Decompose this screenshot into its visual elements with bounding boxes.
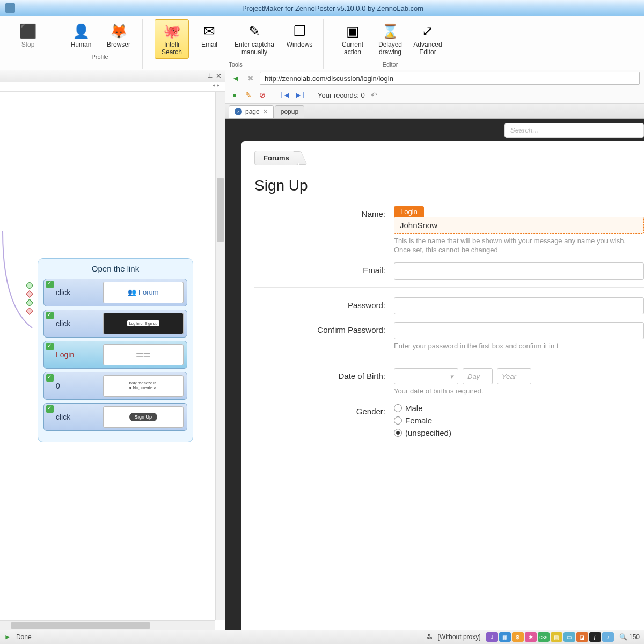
handle-red[interactable] [26, 308, 33, 315]
human-button[interactable]: 👤Human [64, 19, 98, 52]
workflow-step[interactable]: Login▬▬ ▬▬▬▬ ▬▬ [43, 341, 187, 369]
pin-icon[interactable]: ⊥ [207, 72, 213, 79]
badge-icon[interactable]: ▭ [564, 632, 575, 642]
check-icon [46, 374, 54, 382]
gender-option[interactable]: Male [394, 404, 644, 413]
address-bar-row: ◄ ✖ [225, 70, 644, 87]
dob-month-select[interactable]: ▾ [394, 368, 458, 384]
delayed-button[interactable]: ⌛Delayed drawing [373, 19, 407, 59]
status-done: Done [16, 633, 32, 641]
page-search-input[interactable]: Search... [504, 123, 644, 138]
name-hint: This is the name that will be shown with… [394, 236, 644, 255]
captcha-button[interactable]: ✎Enter captcha manually [230, 19, 279, 59]
dob-day-input[interactable]: Day [463, 368, 493, 384]
stop-button[interactable]: ⬛Stop [11, 19, 45, 52]
step-thumbnail: Log in or Sign up [103, 313, 184, 334]
browser-icon: 🦊 [109, 22, 128, 40]
handle-green[interactable] [26, 299, 33, 306]
ribbon-group-title: Tools [155, 61, 317, 68]
status-bar: ► Done 🖧 [Without proxy] J ▦ ⚙ ✱ css ▤ ▭… [0, 630, 644, 644]
zoom-value[interactable]: 🔍 150 [619, 633, 640, 641]
browser-viewport: Search... Forums Sign Up Name: Login Thi… [225, 119, 644, 630]
step-thumbnail: Sign Up [103, 406, 184, 428]
check-icon [46, 312, 54, 319]
badge-icon[interactable]: ✱ [525, 632, 537, 642]
divider [254, 287, 644, 288]
confirm-password-input[interactable] [394, 322, 644, 339]
handle-red[interactable] [26, 290, 33, 298]
gender-option[interactable]: (unspecified) [394, 428, 644, 437]
badge-icon[interactable]: ▦ [499, 632, 511, 642]
radio-icon[interactable] [394, 416, 402, 425]
workflow-canvas[interactable]: Open the link click👥 ForumclickLog in or… [0, 92, 225, 630]
ribbon-group-title: Editor [335, 61, 445, 68]
pane-header: ⊥ ✕ [0, 70, 225, 82]
gender-option[interactable]: Female [394, 416, 644, 425]
close-tab-icon[interactable]: ✕ [263, 108, 268, 115]
breadcrumb[interactable]: Forums [254, 151, 298, 165]
first-icon[interactable]: I◄ [281, 90, 290, 100]
back-icon[interactable]: ◄ [230, 72, 241, 84]
workflow-step[interactable]: click👥 Forum [43, 279, 187, 306]
handle-green[interactable] [26, 282, 33, 289]
undo-icon[interactable]: ↶ [369, 90, 379, 100]
tab-label: popup [281, 108, 298, 115]
check-icon [46, 343, 54, 350]
pane-nav-arrows[interactable]: ◂ ▸ [213, 82, 219, 91]
dob-hint: Your date of birth is required. [394, 386, 644, 396]
done-icon: ► [4, 633, 11, 641]
badge-icon[interactable]: ƒ [589, 632, 601, 642]
radio-icon[interactable] [394, 404, 402, 412]
badge-icon[interactable]: ▤ [551, 632, 562, 642]
human-icon: 👤 [72, 22, 90, 40]
scrollbar-vertical[interactable] [215, 92, 225, 620]
dob-year-input[interactable]: Year [497, 368, 531, 384]
ribbon-label: Human [71, 41, 92, 49]
stop-load-icon[interactable]: ✖ [245, 72, 257, 84]
scrollbar-horizontal[interactable] [0, 620, 215, 630]
ribbon-label: Advanced Editor [413, 41, 442, 56]
email-button[interactable]: ✉Email [192, 19, 226, 59]
badge-icon[interactable]: ◪ [576, 632, 588, 642]
browser-button[interactable]: 🦊Browser [101, 19, 136, 52]
browser-tab[interactable]: zpage✕ [229, 105, 274, 118]
designer-pane: ⊥ ✕ ◂ ▸ Open the link click👥 ForumclickL… [0, 70, 225, 630]
record-ok-icon[interactable]: ● [230, 90, 239, 100]
ribbon-toolbar: ⬛Stop👤Human🦊BrowserProfile🐙Intelli Searc… [0, 16, 644, 70]
windows-icon: ❐ [290, 22, 309, 40]
badge-icon[interactable]: css [538, 632, 550, 642]
browser-tab[interactable]: popup [275, 105, 304, 118]
proxy-status: [Without proxy] [438, 633, 481, 641]
close-pane-icon[interactable]: ✕ [216, 72, 222, 80]
intellisearch-icon: 🐙 [163, 22, 181, 40]
email-input[interactable] [394, 262, 644, 280]
delayed-icon: ⌛ [381, 22, 399, 40]
gender-label: Gender: [254, 404, 394, 416]
step-label: Login [44, 350, 103, 359]
workflow-step[interactable]: clickSign Up [43, 403, 187, 431]
check-icon [46, 281, 54, 288]
step-thumbnail: 👥 Forum [103, 282, 184, 303]
advanced-button[interactable]: ⤢Advanced Editor [411, 19, 445, 59]
workflow-step[interactable]: 0borgmesoza19● No, create a [43, 372, 187, 400]
workflow-step[interactable]: clickLog in or Sign up [43, 310, 187, 338]
badge-icon[interactable]: ♪ [602, 632, 614, 642]
windows-button[interactable]: ❐Windows [282, 19, 317, 59]
current-button[interactable]: ▣Current action [335, 19, 370, 59]
edit-icon[interactable]: ✎ [244, 90, 253, 100]
radio-label: Female [405, 416, 432, 425]
last-icon[interactable]: ►I [295, 90, 304, 100]
step-label: click [44, 413, 103, 421]
name-input[interactable] [394, 217, 644, 234]
url-input[interactable] [260, 72, 640, 85]
password-input[interactable] [394, 297, 644, 314]
ribbon-label: Stop [21, 41, 35, 49]
status-badges: J ▦ ⚙ ✱ css ▤ ▭ ◪ ƒ ♪ [486, 632, 614, 642]
record-stop-icon[interactable]: ⊘ [258, 90, 267, 100]
radio-icon[interactable] [394, 429, 402, 437]
proxy-icon[interactable]: 🖧 [426, 633, 433, 641]
badge-icon[interactable]: J [486, 632, 498, 642]
workflow-block[interactable]: Open the link click👥 ForumclickLog in or… [38, 258, 193, 442]
intellisearch-button[interactable]: 🐙Intelli Search [155, 19, 189, 59]
badge-icon[interactable]: ⚙ [512, 632, 524, 642]
